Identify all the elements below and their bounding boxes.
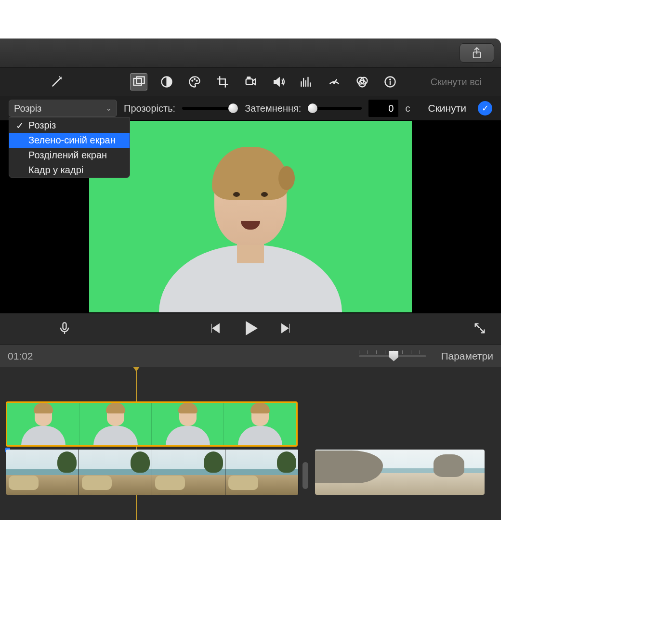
info-icon[interactable]: [381, 73, 399, 90]
overlay-params-row: Розріз ⌄ Розріз Зелено-синій екран Розді…: [0, 96, 501, 120]
contrast-icon[interactable]: [158, 73, 175, 90]
volume-icon[interactable]: [270, 73, 287, 90]
equalizer-icon[interactable]: [298, 73, 315, 90]
overlay-menu-item-greenblue[interactable]: Зелено-синій екран: [9, 133, 130, 148]
reset-all-button[interactable]: Скинути всі: [431, 77, 482, 88]
svg-point-4: [192, 80, 193, 81]
svg-point-9: [333, 82, 335, 84]
preview-subject: [149, 144, 352, 312]
overlay-icon[interactable]: [130, 73, 147, 90]
crop-icon[interactable]: [214, 73, 231, 90]
play-icon: [242, 320, 259, 337]
apply-button[interactable]: ✓: [478, 101, 492, 116]
svg-point-6: [196, 80, 197, 81]
overlay-menu-item-pip[interactable]: Кадр у кадрі: [9, 163, 130, 178]
share-button[interactable]: [460, 43, 494, 63]
overlay-mode-select[interactable]: Розріз ⌄ Розріз Зелено-синій екран Розді…: [9, 100, 117, 117]
svg-point-14: [390, 79, 391, 80]
svg-point-5: [194, 78, 195, 80]
wand-icon[interactable]: [48, 73, 66, 90]
playback-bar: [0, 313, 501, 345]
timecode-label: 01:02: [8, 350, 33, 362]
overlay-menu-item-cutaway[interactable]: Розріз: [9, 118, 130, 133]
skip-back-button[interactable]: [208, 322, 222, 337]
skip-back-icon: [208, 322, 222, 335]
microphone-icon: [58, 322, 71, 335]
camera-icon[interactable]: [242, 73, 259, 90]
overlay-mode-value: Розріз: [14, 103, 41, 114]
chevron-down-icon: ⌄: [106, 104, 112, 112]
microphone-button[interactable]: [58, 322, 71, 337]
skip-forward-button[interactable]: [279, 322, 293, 337]
share-icon: [472, 46, 482, 60]
palette-icon[interactable]: [186, 73, 203, 90]
speed-icon[interactable]: [326, 73, 343, 90]
imovie-window: Скинути всі Розріз ⌄ Розріз Зелено-синій…: [0, 39, 501, 520]
timeline-params-button[interactable]: Параметри: [441, 350, 493, 362]
timeline-header: 01:02 Параметри: [0, 345, 501, 367]
svg-rect-7: [246, 79, 253, 85]
main-clip-1[interactable]: [6, 450, 299, 495]
svg-rect-8: [247, 77, 250, 79]
duration-unit: с: [405, 103, 410, 114]
timeline-zoom-thumb[interactable]: [389, 351, 398, 361]
overlay-menu-item-split[interactable]: Розділений екран: [9, 148, 130, 163]
skip-forward-icon: [279, 322, 293, 335]
reset-button[interactable]: Скинути: [428, 103, 466, 114]
dim-label: Затемнення:: [245, 103, 301, 114]
overlay-clip[interactable]: [6, 401, 298, 447]
expand-icon: [473, 322, 486, 335]
adjust-toolbar: Скинути всі: [0, 67, 501, 96]
opacity-slider-thumb[interactable]: [228, 103, 238, 113]
svg-rect-15: [63, 322, 66, 329]
opacity-slider[interactable]: [182, 107, 238, 110]
opacity-label: Прозорість:: [124, 103, 175, 114]
timeline[interactable]: [0, 367, 501, 520]
fullscreen-button[interactable]: [473, 322, 486, 337]
timeline-zoom-slider[interactable]: [359, 355, 426, 357]
svg-rect-2: [136, 77, 144, 84]
duration-field[interactable]: 0: [368, 100, 398, 117]
play-button[interactable]: [242, 320, 259, 339]
color-filter-icon[interactable]: [354, 73, 371, 90]
overlay-mode-menu: Розріз Зелено-синій екран Розділений екр…: [9, 117, 130, 178]
dim-slider[interactable]: [308, 107, 362, 110]
timeline-scrollbar[interactable]: [302, 462, 308, 489]
main-clip-2[interactable]: [315, 450, 485, 495]
preview-frame: [89, 121, 412, 312]
titlebar: [0, 39, 501, 67]
svg-rect-1: [134, 78, 142, 85]
dim-slider-thumb[interactable]: [308, 103, 317, 113]
